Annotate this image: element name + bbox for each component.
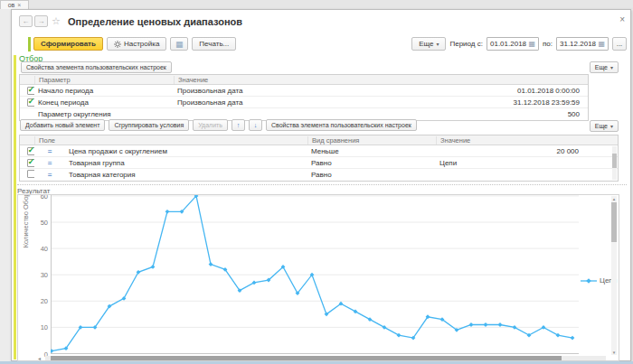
- group-label: Сгруппировать условия: [114, 122, 184, 128]
- field-cell: Товарная категория: [65, 171, 307, 179]
- conditions-table-scrollbar[interactable]: [612, 146, 617, 180]
- param-name-cell: Конец периода: [34, 98, 174, 107]
- y-axis-tick-label: 40: [34, 245, 48, 253]
- checkbox-unchecked[interactable]: [27, 170, 34, 178]
- param-name-cell: Начало периода: [34, 87, 174, 95]
- check-icon: ✓: [28, 147, 34, 154]
- y-axis-tick-label: 10: [34, 323, 48, 331]
- generate-button[interactable]: Сформировать: [33, 37, 103, 51]
- check-icon: ✓: [28, 159, 34, 166]
- delete-button[interactable]: Удалить: [193, 119, 228, 131]
- result-chart: Количество Оборот 0102030405060 Цепи ▴ ▾…: [17, 194, 619, 361]
- generate-label: Сформировать: [41, 40, 96, 48]
- equals-icon: =: [34, 159, 65, 167]
- checkbox-cell: ✓: [20, 98, 34, 107]
- param-value2-cell: 31.12.2018 23:59:59: [445, 98, 588, 107]
- tab-label: ов: [8, 2, 15, 8]
- move-up-button[interactable]: ↑: [231, 119, 245, 131]
- scrollbar-thumb[interactable]: [611, 202, 617, 242]
- add-element-button[interactable]: Добавить новый элемент: [20, 119, 105, 131]
- param-value-cell: Произвольная дата: [174, 98, 445, 107]
- period-from-label: Период с:: [449, 40, 483, 48]
- header-value: Значение: [436, 136, 618, 145]
- report-variant-button[interactable]: ▦: [170, 37, 188, 51]
- y-axis-tick-label: 20: [34, 297, 48, 305]
- checkbox-checked[interactable]: ✓: [27, 147, 34, 155]
- conditions-table-row[interactable]: ✓=Товарная группаРавноЦепи: [20, 157, 618, 169]
- check-icon: ✓: [28, 98, 34, 106]
- calendar-icon[interactable]: ▦: [598, 40, 605, 48]
- period-to-input[interactable]: 31.12.2018 ▦: [556, 37, 609, 51]
- checkbox-checked[interactable]: ✓: [27, 98, 34, 107]
- favorite-star-icon[interactable]: ☆: [52, 15, 61, 27]
- gear-icon: [114, 41, 121, 48]
- checkbox-cell: ✓: [20, 159, 34, 167]
- period-from-input[interactable]: 01.01.2018 ▦: [487, 37, 539, 51]
- report-tab[interactable]: ов ×: [0, 0, 29, 9]
- value-cell: Цепи: [436, 159, 618, 167]
- params-table-row[interactable]: ✓Начало периодаПроизвольная дата01.01.20…: [20, 85, 588, 97]
- scrollbar-thumb[interactable]: [612, 154, 617, 168]
- chart-vertical-scrollbar[interactable]: ▴ ▾: [611, 196, 617, 355]
- conditions-table-row[interactable]: =Товарная категорияРавно: [20, 169, 618, 181]
- checkbox-checked[interactable]: ✓: [27, 159, 34, 167]
- more-button-params[interactable]: Еще ▾: [590, 61, 619, 73]
- check-icon: ✓: [28, 87, 34, 94]
- properties-label: Свойства элемента пользовательских настр…: [271, 122, 411, 128]
- more-label: Еще: [595, 123, 608, 129]
- more-button-conditions[interactable]: Еще ▾: [590, 120, 619, 132]
- param-name-cell: Параметр округления: [34, 110, 174, 118]
- close-icon[interactable]: ×: [619, 14, 625, 24]
- more-label: Еще: [595, 64, 608, 70]
- up-arrow-icon: ↑: [237, 122, 241, 128]
- user-settings-properties-button[interactable]: Свойства элемента пользовательских настр…: [21, 61, 172, 73]
- print-label: Печать...: [199, 40, 229, 48]
- param-value-cell: Произвольная дата: [174, 87, 445, 95]
- main-toolbar: Сформировать Настройка ▦ Печать...: [33, 37, 236, 51]
- chevron-down-icon: ▾: [610, 64, 613, 70]
- move-down-button[interactable]: ↓: [249, 119, 262, 131]
- section-divider: [17, 184, 627, 185]
- comparison-cell: Равно: [307, 171, 436, 179]
- conditions-table-row[interactable]: ✓=Цена продажи с округлениемМеньше20 000: [20, 145, 618, 157]
- conditions-toolbar: Добавить новый элемент Сгруппировать усл…: [20, 119, 417, 131]
- page-title: Определение ценовых диапазонов: [68, 16, 242, 27]
- calendar-icon[interactable]: ▦: [528, 40, 535, 48]
- forward-button[interactable]: →: [34, 15, 48, 27]
- chevron-down-icon: ▾: [610, 123, 613, 129]
- back-button[interactable]: ←: [19, 15, 33, 27]
- comparison-cell: Меньше: [307, 147, 436, 155]
- field-cell: Цена продажи с округлением: [65, 147, 307, 155]
- scroll-down-icon[interactable]: ▾: [611, 350, 617, 355]
- period-from-value: 01.01.2018: [490, 40, 526, 48]
- settings-label: Настройка: [124, 40, 159, 48]
- more-button-toolbar[interactable]: Еще ▾: [411, 37, 446, 51]
- param-value2-cell: 500: [445, 110, 588, 118]
- header-comparison: Вид сравнения: [307, 136, 436, 145]
- print-button[interactable]: Печать...: [192, 37, 236, 51]
- header-param: Параметр: [34, 76, 174, 84]
- report-variant-icon: ▦: [175, 40, 184, 49]
- header-field: Поле: [34, 136, 307, 145]
- y-axis-tick-label: 30: [34, 271, 48, 279]
- checkbox-checked[interactable]: ✓: [27, 87, 34, 95]
- period-to-value: 31.12.2018: [560, 40, 596, 48]
- params-table-row[interactable]: ✓Конец периодаПроизвольная дата31.12.201…: [20, 97, 588, 108]
- scroll-up-icon[interactable]: ▴: [611, 196, 617, 201]
- line-chart-plot: [51, 195, 579, 355]
- group-conditions-button[interactable]: Сгруппировать условия: [109, 119, 189, 131]
- period-options-button[interactable]: ...: [612, 37, 627, 51]
- user-settings-properties-button-2[interactable]: Свойства элемента пользовательских настр…: [266, 119, 417, 131]
- settings-button[interactable]: Настройка: [107, 37, 166, 51]
- period-toolbar: Еще ▾ Период с: 01.01.2018 ▦ по: 31.12.2…: [411, 37, 627, 51]
- y-axis-tick-label: 50: [34, 219, 48, 227]
- report-window: ← → ☆ Определение ценовых диапазонов × С…: [11, 9, 631, 361]
- toolbar-accent-bar: [28, 37, 31, 51]
- checkbox-cell: [20, 170, 34, 180]
- tab-strip: ов ×: [0, 0, 633, 9]
- equals-icon: =: [34, 147, 65, 155]
- y-axis-title: Количество Оборот: [22, 194, 30, 247]
- checkbox-cell: ✓: [20, 147, 34, 155]
- conditions-table-header: Поле Вид сравнения Значение: [20, 135, 618, 145]
- tab-close-icon[interactable]: ×: [17, 2, 21, 8]
